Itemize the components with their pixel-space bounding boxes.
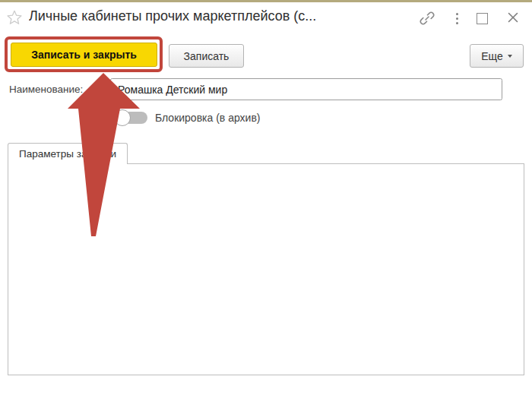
- archive-lock-toggle[interactable]: [114, 109, 147, 126]
- more-actions-button[interactable]: Еще: [470, 44, 524, 68]
- name-field-label: Наименование:: [9, 84, 83, 95]
- favorite-star-icon[interactable]: [6, 9, 23, 26]
- tab-label: Параметры загрузки: [19, 148, 116, 160]
- save-and-close-button[interactable]: Записать и закрыть: [11, 43, 157, 67]
- form-window: Личные кабинеты прочих маркетплейсов (с.…: [0, 0, 532, 408]
- name-input[interactable]: [110, 78, 502, 100]
- tab-load-parameters[interactable]: Параметры загрузки: [8, 143, 128, 164]
- window-top-accent: [0, 0, 532, 2]
- menu-dots-icon[interactable]: [450, 10, 464, 27]
- archive-lock-label: Блокировка (в архив): [155, 112, 261, 124]
- toggle-knob: [114, 109, 131, 126]
- more-actions-label: Еще: [481, 50, 503, 62]
- chevron-down-icon: [508, 55, 512, 58]
- window-title: Личные кабинеты прочих маркетплейсов (с.…: [29, 8, 409, 24]
- save-button[interactable]: Записать: [169, 44, 244, 68]
- load-parameters-panel: [8, 163, 524, 375]
- copy-link-icon[interactable]: [418, 9, 436, 27]
- close-icon[interactable]: [505, 9, 521, 26]
- maximize-icon[interactable]: [474, 11, 489, 25]
